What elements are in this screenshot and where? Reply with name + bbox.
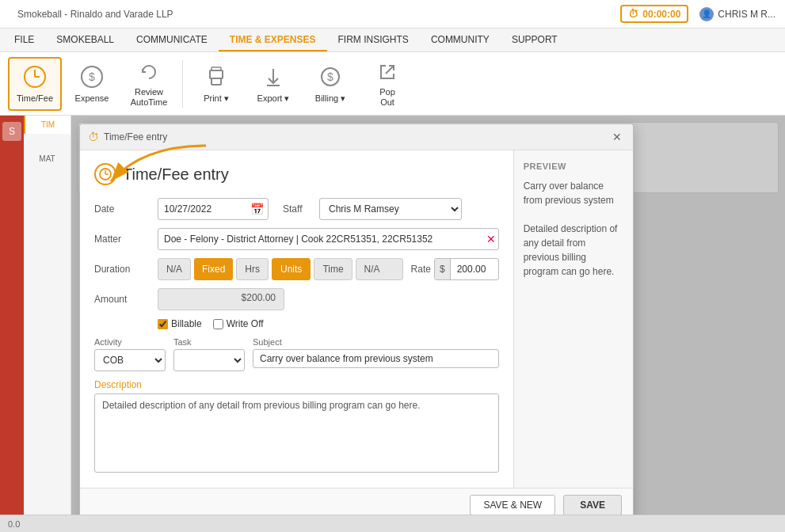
ribbon-popout[interactable]: PopOut <box>360 57 414 111</box>
user-name: CHRIS M R... <box>718 9 775 20</box>
ribbon-expense[interactable]: $ Expense <box>65 57 119 111</box>
ribbon-print[interactable]: Print ▾ <box>189 57 243 111</box>
sidebar-strip: S <box>0 116 24 532</box>
review-autotime-icon <box>135 59 163 85</box>
dialog-titlebar: ⏱ Time/Fee entry ✕ <box>80 124 633 150</box>
user-menu[interactable]: 👤 CHRIS M R... <box>699 7 775 21</box>
amount-value: $200.00 <box>158 288 284 310</box>
nav-firm-insights[interactable]: FIRM INSIGHTS <box>327 28 420 51</box>
staff-label: Staff <box>283 203 313 215</box>
popout-icon <box>373 59 402 85</box>
writeoff-checkbox[interactable] <box>213 319 223 329</box>
date-label: Date <box>94 203 151 215</box>
activity-select[interactable]: COB <box>94 349 166 371</box>
dialog-title-text: Time/Fee entry <box>104 131 167 142</box>
dialog-form-heading: Time/Fee entry <box>94 163 499 185</box>
amount-label: Amount <box>94 294 151 305</box>
duration-row: Duration N/A Fixed Hrs Units Time N/A Ra… <box>94 258 499 280</box>
preview-line2: Detailed description of any detail from … <box>524 223 618 277</box>
popout-label: PopOut <box>379 87 395 108</box>
nav-community[interactable]: COMMUNITY <box>420 28 501 51</box>
print-icon <box>202 63 231 91</box>
timefee-label: Time/Fee <box>17 93 53 104</box>
review-autotime-label: ReviewAutoTime <box>131 87 168 108</box>
svg-text:$: $ <box>89 70 95 83</box>
app-title: Smokeball - Rinaldo and Varade LLP <box>17 9 173 20</box>
svg-rect-5 <box>210 70 223 78</box>
sidebar-icon-smokeball[interactable]: S <box>2 122 21 141</box>
timer-display[interactable]: ⏱ 00:00:00 <box>620 5 688 23</box>
date-input-wrap: 📅 <box>158 198 269 220</box>
duration-time-tab[interactable]: Time <box>314 258 352 280</box>
dialog-title-bar: ⏱ Time/Fee entry <box>88 131 167 143</box>
svg-rect-6 <box>211 78 221 85</box>
nav-file[interactable]: FILE <box>3 28 45 51</box>
staff-select[interactable]: Chris M Ramsey <box>319 198 462 220</box>
description-textarea[interactable]: Detailed description of any detail from … <box>94 393 499 473</box>
ribbon-billing[interactable]: $ Billing ▾ <box>303 57 357 111</box>
svg-line-13 <box>386 66 394 74</box>
timer-value: 00:00:00 <box>642 9 680 20</box>
left-tab-tim[interactable]: TIM <box>24 116 70 134</box>
left-panel: TIM MAT <box>24 116 71 532</box>
amount-row: Amount $200.00 <box>94 288 499 310</box>
nav-support[interactable]: SUPPORT <box>501 28 569 51</box>
task-select[interactable] <box>173 349 245 371</box>
activity-col: Activity COB <box>94 337 166 371</box>
preview-content: Carry over balance from previous system … <box>524 179 623 279</box>
dialog-body: Time/Fee entry Date 📅 Staff Chris M R <box>80 150 633 488</box>
matter-label: Matter <box>94 234 151 245</box>
duration-hrs-tab[interactable]: Hrs <box>236 258 269 280</box>
billable-checkbox-label[interactable]: Billable <box>158 318 202 329</box>
nav-smokeball[interactable]: SMOKEBALL <box>45 28 125 51</box>
subject-col-label: Subject <box>253 337 499 347</box>
matter-row: Matter ✕ <box>94 228 499 250</box>
rate-label: Rate <box>411 264 431 275</box>
checkbox-row: Billable Write Off <box>158 318 499 329</box>
expense-label: Expense <box>75 93 109 104</box>
dialog-form: Time/Fee entry Date 📅 Staff Chris M R <box>80 150 513 488</box>
ribbon-review-autotime[interactable]: ReviewAutoTime <box>122 57 176 111</box>
nav-menu: FILE SMOKEBALL COMMUNICATE TIME & EXPENS… <box>0 28 785 52</box>
nav-communicate[interactable]: COMMUNICATE <box>125 28 219 51</box>
dialog-close-button[interactable]: ✕ <box>609 129 625 145</box>
ribbon-export[interactable]: Export ▾ <box>246 57 300 111</box>
writeoff-checkbox-label[interactable]: Write Off <box>213 318 264 329</box>
duration-units-tab[interactable]: Units <box>272 258 311 280</box>
save-button[interactable]: SAVE <box>563 495 622 515</box>
form-title-clock-icon <box>94 163 116 185</box>
save-new-button[interactable]: SAVE & NEW <box>470 495 555 515</box>
status-value: 0.0 <box>8 519 20 529</box>
matter-clear-button[interactable]: ✕ <box>486 233 496 245</box>
matter-input[interactable] <box>158 228 499 250</box>
billing-icon: $ <box>316 63 345 91</box>
description-label: Description <box>94 379 499 390</box>
activity-col-label: Activity <box>94 337 166 347</box>
left-tab-mat[interactable]: MAT <box>24 150 70 168</box>
nav-time-expenses[interactable]: TIME & EXPENSES <box>219 28 327 51</box>
dialog-preview-panel: PREVIEW Carry over balance from previous… <box>513 150 633 488</box>
rate-value[interactable]: 200.00 <box>451 260 498 278</box>
duration-controls: N/A Fixed Hrs Units Time N/A Rate $ 200.… <box>158 258 499 280</box>
export-icon <box>259 63 288 91</box>
ribbon: Time/Fee $ Expense ReviewAutoTime <box>0 52 785 116</box>
calendar-icon[interactable]: 📅 <box>250 203 264 215</box>
date-staff-row: Date 📅 Staff Chris M Ramsey <box>94 198 499 220</box>
activity-task-subject-row: Activity COB Task <box>94 337 499 371</box>
duration-fixed-btn[interactable]: Fixed <box>194 258 233 280</box>
subject-input[interactable] <box>253 349 499 368</box>
ribbon-timefee[interactable]: Time/Fee <box>8 57 62 111</box>
form-title-text: Time/Fee entry <box>123 165 229 184</box>
ribbon-divider-1 <box>182 60 183 108</box>
subject-col: Subject <box>253 337 499 368</box>
billable-checkbox[interactable] <box>158 319 168 329</box>
description-section: Description Detailed description of any … <box>94 379 499 475</box>
rate-dollar-sign: $ <box>435 259 451 279</box>
billable-label: Billable <box>171 318 202 329</box>
user-avatar: 👤 <box>699 7 714 21</box>
task-col: Task <box>173 337 245 371</box>
content-area: Matte... ⏱ Time/Fee entry <box>71 116 785 532</box>
export-label: Export ▾ <box>257 93 290 104</box>
task-col-label: Task <box>173 337 245 347</box>
timefee-icon <box>21 63 49 91</box>
